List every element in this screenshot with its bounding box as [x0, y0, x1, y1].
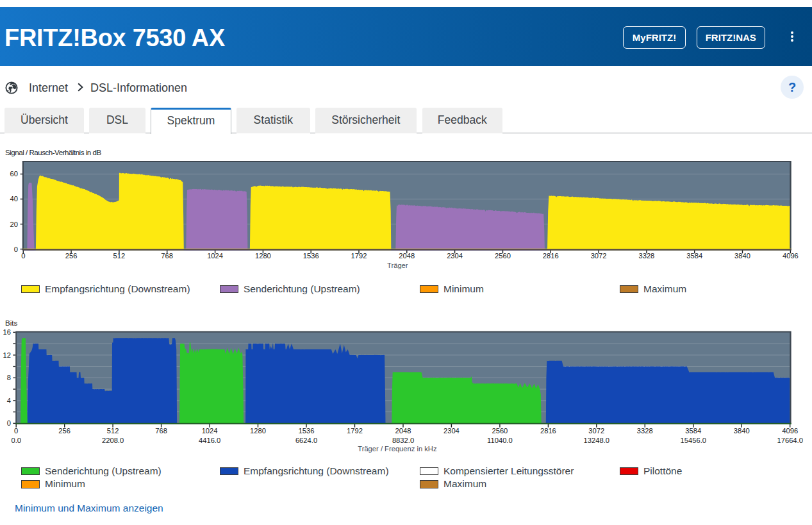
svg-text:0.0: 0.0	[11, 437, 21, 444]
svg-text:3328: 3328	[637, 427, 653, 435]
svg-text:1280: 1280	[255, 252, 271, 260]
svg-text:3584: 3584	[686, 252, 702, 260]
svg-text:256: 256	[58, 427, 70, 435]
svg-text:2816: 2816	[540, 427, 556, 435]
svg-text:0: 0	[21, 252, 25, 260]
svg-text:2304: 2304	[447, 252, 463, 260]
svg-text:4096: 4096	[783, 252, 799, 260]
svg-text:2816: 2816	[543, 252, 559, 260]
svg-text:2560: 2560	[495, 252, 511, 260]
svg-text:4416.0: 4416.0	[199, 437, 220, 444]
svg-text:0: 0	[14, 427, 18, 435]
svg-text:40: 40	[10, 195, 18, 203]
svg-text:3584: 3584	[685, 427, 701, 435]
svg-text:16: 16	[3, 328, 11, 336]
svg-text:1280: 1280	[250, 427, 266, 435]
svg-text:3072: 3072	[588, 427, 604, 435]
svg-text:8: 8	[7, 374, 11, 381]
svg-text:3840: 3840	[734, 427, 750, 435]
svg-text:3072: 3072	[591, 252, 607, 260]
svg-text:13248.0: 13248.0	[584, 437, 609, 444]
svg-text:4: 4	[7, 397, 11, 404]
svg-text:60: 60	[10, 170, 18, 178]
svg-text:0: 0	[14, 246, 18, 253]
svg-text:Bits: Bits	[5, 319, 18, 327]
svg-text:256: 256	[65, 252, 78, 260]
svg-text:17664.0: 17664.0	[777, 437, 802, 444]
svg-text:1024: 1024	[202, 427, 218, 435]
svg-text:1536: 1536	[303, 252, 319, 260]
svg-text:2208.0: 2208.0	[102, 437, 124, 444]
svg-text:20: 20	[10, 221, 18, 228]
svg-text:15456.0: 15456.0	[681, 437, 706, 444]
svg-text:4096: 4096	[782, 427, 798, 435]
svg-text:12: 12	[3, 351, 11, 359]
svg-text:Träger / Frequenz in kHz: Träger / Frequenz in kHz	[358, 445, 437, 453]
svg-text:512: 512	[107, 427, 119, 435]
svg-text:0: 0	[7, 419, 11, 427]
svg-text:3328: 3328	[638, 252, 654, 260]
svg-text:2048: 2048	[399, 252, 415, 260]
svg-text:768: 768	[161, 252, 173, 260]
svg-text:512: 512	[113, 252, 126, 260]
svg-text:6624.0: 6624.0	[295, 437, 317, 444]
svg-text:768: 768	[155, 427, 167, 435]
svg-text:Träger: Träger	[387, 262, 408, 269]
svg-text:11040.0: 11040.0	[487, 437, 513, 444]
svg-text:2048: 2048	[395, 427, 411, 435]
svg-text:3840: 3840	[734, 252, 750, 260]
svg-text:1792: 1792	[351, 252, 367, 260]
svg-text:Signal / Rausch-Verhältnis in: Signal / Rausch-Verhältnis in dB	[5, 148, 101, 156]
svg-text:1792: 1792	[347, 427, 363, 435]
svg-text:8832.0: 8832.0	[392, 437, 414, 444]
svg-text:2304: 2304	[443, 427, 460, 435]
svg-text:1536: 1536	[299, 427, 315, 435]
svg-text:2560: 2560	[492, 427, 508, 435]
svg-text:1024: 1024	[207, 252, 223, 260]
